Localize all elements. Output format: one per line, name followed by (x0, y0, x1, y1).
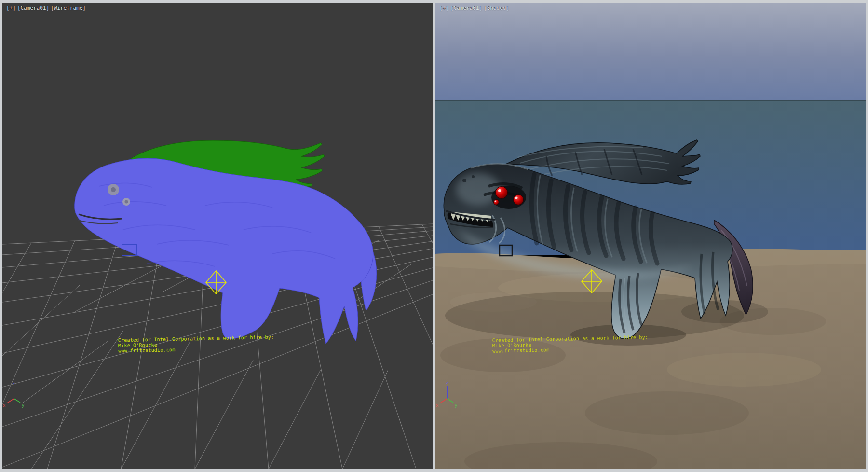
viewport-left-wireframe[interactable]: Created for Intel Corporation as a work … (2, 3, 433, 469)
eye-spot-small-pupil (125, 200, 128, 204)
eye-small (494, 200, 499, 205)
viewport-menu-shading[interactable]: [Shaded] (484, 5, 509, 11)
viewport-right-label: [+] [Camera01] [Shaded] (439, 5, 509, 11)
axis-x-label: x (3, 403, 6, 408)
viewport-menu-camera[interactable]: [Camera01] (17, 5, 49, 11)
eye-spot-large-pupil (111, 187, 116, 192)
viewport-menu-shading[interactable]: [Wireframe] (51, 5, 86, 11)
eye-small-highlight (495, 201, 496, 202)
axis-z-label: z (446, 380, 448, 385)
axis-y-label: y (22, 403, 25, 408)
viewport-right-canvas[interactable]: Created for Intel Corporation as a work … (435, 3, 866, 469)
eye-second (514, 195, 524, 205)
eye-main-highlight (498, 189, 501, 192)
viewport-right-shaded[interactable]: Created for Intel Corporation as a work … (435, 3, 866, 469)
horizon-line (435, 100, 866, 101)
sky (435, 3, 866, 100)
axis-y-label: y (455, 403, 458, 408)
viewport-menu-camera[interactable]: [Camera01] (450, 5, 482, 11)
axis-x-label: x (436, 403, 439, 408)
eye-second-highlight (515, 197, 518, 199)
viewport-left-canvas[interactable]: Created for Intel Corporation as a work … (2, 3, 433, 469)
nostril-2 (472, 175, 475, 178)
application-window: Created for Intel Corporation as a work … (0, 0, 868, 472)
viewport-menu-plus[interactable]: [+] (439, 5, 449, 11)
eye-main (496, 187, 508, 199)
nostril-1 (462, 179, 466, 182)
axis-z-label: z (13, 380, 15, 385)
viewport-left-label: [+] [Camera01] [Wireframe] (6, 5, 86, 11)
viewport-menu-plus[interactable]: [+] (6, 5, 16, 11)
